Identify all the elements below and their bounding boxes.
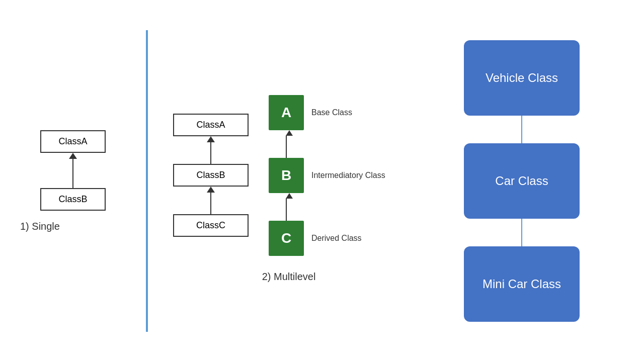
multilevel-diagram: ClassA ClassB ClassC A Bas bbox=[173, 95, 385, 256]
classA-box: ClassA bbox=[40, 130, 106, 153]
mini-car-class-box: Mini Car Class bbox=[464, 246, 580, 322]
icon-label-c: Derived Class bbox=[311, 234, 362, 243]
arrow-head-1 bbox=[207, 136, 215, 142]
arrow-head-2 bbox=[207, 187, 215, 193]
vehicle-class-box: Vehicle Class bbox=[464, 40, 580, 116]
section2-label: 2) Multilevel bbox=[262, 271, 316, 283]
section-chain: Vehicle Class Car Class Mini Car Class bbox=[415, 40, 644, 322]
classB-box: ClassB bbox=[40, 188, 106, 211]
main-container: ClassA ClassB 1) Single ClassA ClassB bbox=[0, 0, 644, 362]
section-single: ClassA ClassB 1) Single bbox=[0, 130, 141, 232]
arrow-line-v bbox=[72, 159, 73, 188]
icon-row-a: A Base Class bbox=[269, 95, 352, 130]
icon-arrow-head-ab bbox=[286, 130, 293, 136]
section-multilevel: ClassA ClassB ClassC A Bas bbox=[153, 80, 415, 283]
multi-classB-box: ClassB bbox=[173, 164, 249, 187]
icon-row-b: B Intermediatory Class bbox=[269, 158, 385, 193]
green-box-c: C bbox=[269, 221, 304, 256]
section1-label: 1) Single bbox=[15, 221, 60, 232]
icon-arrow-bc bbox=[269, 193, 293, 221]
multi-boxes-col: ClassA ClassB ClassC bbox=[173, 114, 249, 237]
icon-row-c: C Derived Class bbox=[269, 221, 362, 256]
chain-connector-2 bbox=[521, 219, 522, 246]
single-arrow bbox=[69, 153, 77, 188]
chain-connector-1 bbox=[521, 116, 522, 143]
icon-arrow-line-bc bbox=[286, 199, 287, 221]
icon-arrow-ab bbox=[269, 130, 293, 158]
green-box-b: B bbox=[269, 158, 304, 193]
arrow-head-up bbox=[69, 153, 77, 159]
arrow-line-2 bbox=[210, 193, 211, 214]
multi-classA-box: ClassA bbox=[173, 114, 249, 136]
icon-label-b: Intermediatory Class bbox=[311, 171, 385, 180]
multi-arrow-1 bbox=[207, 136, 215, 164]
multi-classC-box: ClassC bbox=[173, 214, 249, 237]
multi-icons-col: A Base Class B Intermediatory Class bbox=[269, 95, 385, 256]
multi-arrow-2 bbox=[207, 187, 215, 214]
green-box-a: A bbox=[269, 95, 304, 130]
car-class-box: Car Class bbox=[464, 143, 580, 219]
vertical-divider bbox=[146, 30, 148, 332]
icon-arrow-head-bc bbox=[286, 193, 293, 199]
icon-label-a: Base Class bbox=[311, 108, 352, 117]
icon-arrow-line-ab bbox=[286, 136, 287, 158]
arrow-line-1 bbox=[210, 142, 211, 164]
